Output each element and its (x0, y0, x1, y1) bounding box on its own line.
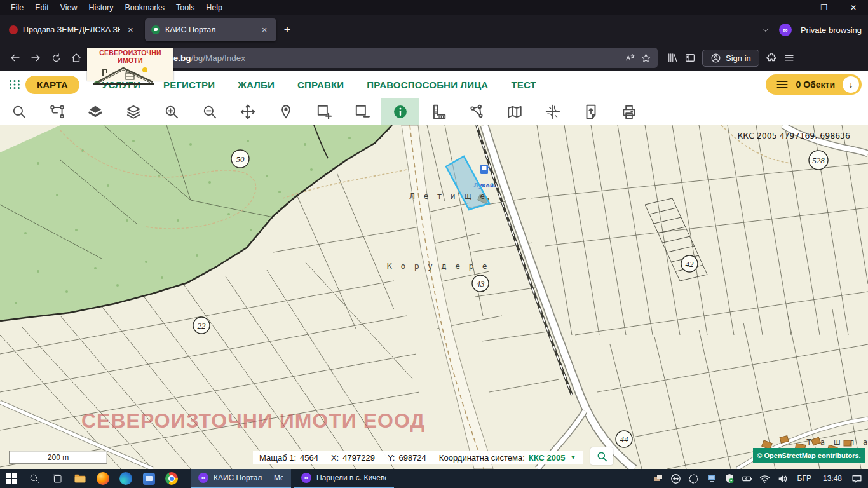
tab1-close-icon[interactable]: ✕ (125, 25, 136, 36)
nav-item-spravki[interactable]: СПРАВКИ (297, 79, 344, 90)
browser-menubar: File Edit View History Bookmarks Tools H… (0, 0, 868, 15)
extensions-icon[interactable] (766, 52, 777, 64)
volume-tray-icon[interactable] (775, 469, 790, 488)
tool-info-active[interactable] (381, 98, 419, 125)
sign-in-button[interactable]: Sign in (702, 50, 759, 67)
chrome-button[interactable] (160, 469, 183, 488)
list-tabs-chevron-icon[interactable] (761, 25, 770, 34)
sidebar-icon[interactable] (684, 52, 696, 64)
cursor-coordinate-readout: ККС 2005 4797169, 698636 (737, 131, 850, 140)
tool-layers-filled[interactable] (76, 98, 114, 125)
screen-record-tray-icon[interactable] (686, 469, 702, 488)
tool-map-sheets[interactable] (496, 98, 534, 125)
teamviewer-tray-icon[interactable] (668, 469, 684, 488)
apps-grid-icon[interactable] (8, 78, 22, 92)
search-icon (11, 104, 27, 120)
display-tray-icon[interactable] (704, 469, 719, 488)
file-explorer-button[interactable] (69, 469, 92, 488)
tool-zoom-out[interactable] (191, 98, 229, 125)
tool-measure-area[interactable] (458, 98, 496, 125)
objects-menu-icon (776, 79, 789, 90)
tab-prodava[interactable]: Продава ЗЕМЕДЕЛСКА ЗЕМЯ в ✕ (3, 18, 142, 41)
tool-route[interactable] (38, 98, 76, 125)
agency-logo-house-icon (89, 64, 172, 86)
start-button[interactable] (0, 469, 23, 488)
objects-expand-icon[interactable]: ↓ (843, 76, 859, 93)
map-search-button[interactable] (590, 447, 613, 465)
svg-text:50: 50 (236, 154, 245, 164)
road-marker-22: 22 (193, 317, 210, 334)
firefox-icon (97, 472, 109, 485)
action-center-icon[interactable] (849, 469, 864, 488)
nav-item-zhalbi[interactable]: ЖАЛБИ (238, 79, 275, 90)
edge-button[interactable] (114, 469, 137, 488)
back-button[interactable] (5, 48, 25, 68)
taskbar-window-kais[interactable]: ∞ КАИС Портал — Mo... (191, 469, 291, 488)
x-value: 4797229 (342, 453, 375, 463)
account-icon (710, 53, 721, 64)
menu-view[interactable]: View (55, 3, 83, 12)
svg-text:22: 22 (198, 321, 207, 330)
layers-icon (125, 104, 142, 120)
location-pin-icon (278, 104, 294, 120)
nav-item-karta-active[interactable]: КАРТА (25, 76, 79, 94)
new-tab-button[interactable]: + (276, 21, 299, 39)
tool-select-subtract[interactable] (343, 98, 381, 125)
app-menu-icon[interactable] (783, 52, 795, 64)
osm-attribution[interactable]: © OpenStreetMap contributors. (753, 448, 865, 463)
library-icon[interactable] (667, 52, 678, 64)
crs-dropdown-icon[interactable]: ▼ (570, 454, 576, 461)
translate-icon[interactable] (625, 53, 635, 64)
taskbar-search-button[interactable] (23, 469, 46, 488)
language-indicator[interactable]: БГР (793, 474, 816, 483)
objects-button[interactable]: 0 Обекти ↓ (766, 74, 862, 95)
y-value: 698724 (398, 453, 426, 463)
map-sheets-icon (506, 104, 523, 120)
nav-item-test[interactable]: ТЕСТ (511, 79, 536, 90)
measure-length-icon (430, 104, 447, 120)
tool-select-add[interactable] (305, 98, 343, 125)
tool-export[interactable] (572, 98, 610, 125)
tool-print[interactable] (610, 98, 648, 125)
tool-zoom-in[interactable] (153, 98, 191, 125)
clock[interactable]: 13:48 (818, 474, 846, 483)
wifi-tray-icon[interactable] (757, 469, 773, 488)
tool-layers[interactable] (114, 98, 153, 125)
nav-item-pravosposobni-litsa[interactable]: ПРАВОСПОСОБНИ ЛИЦА (367, 79, 488, 90)
tab-kais-portal[interactable]: КАИС Портал ✕ (145, 18, 276, 41)
tool-coordinates[interactable] (534, 98, 572, 125)
menu-help[interactable]: Help (200, 3, 228, 12)
file-explorer-icon (74, 472, 86, 485)
menu-bookmarks[interactable]: Bookmarks (119, 3, 170, 12)
zoom-in-icon (163, 104, 180, 120)
firefox-button[interactable] (92, 469, 114, 488)
tab2-close-icon[interactable]: ✕ (259, 25, 270, 36)
tool-location[interactable] (267, 98, 305, 125)
objects-count-label: 0 Обекти (796, 79, 835, 90)
menu-tools[interactable]: Tools (170, 3, 200, 12)
mail-app-button[interactable] (137, 469, 160, 488)
forward-button[interactable] (25, 48, 46, 68)
minimize-button[interactable]: – (780, 0, 810, 15)
reload-button[interactable] (46, 48, 66, 68)
close-button[interactable]: ✕ (839, 0, 868, 15)
defender-tray-icon[interactable] (722, 469, 737, 488)
hidden-icons-button[interactable] (651, 469, 666, 488)
tool-search[interactable] (0, 98, 38, 125)
task-view-button[interactable] (46, 469, 69, 488)
taskbar-window-parceli[interactable]: ∞ Парцели в с. Кичево... (294, 469, 394, 488)
tool-measure-length[interactable] (419, 98, 458, 125)
menu-edit[interactable]: Edit (29, 3, 55, 12)
bookmark-star-icon[interactable] (641, 53, 651, 64)
tool-pan[interactable] (229, 98, 267, 125)
url-bar[interactable]: kais.cadastre.bg/bg/Map/Index (90, 48, 658, 68)
crs-value-dropdown[interactable]: ККС 2005 (529, 453, 566, 463)
home-button[interactable] (66, 48, 86, 68)
menu-history[interactable]: History (83, 3, 119, 12)
pan-icon (240, 104, 256, 120)
window-controls: – ❐ ✕ (780, 0, 868, 15)
scale-value: 4564 (300, 453, 318, 463)
menu-file[interactable]: File (5, 3, 29, 12)
restore-button[interactable]: ❐ (810, 0, 839, 15)
battery-tray-icon[interactable] (740, 469, 755, 488)
